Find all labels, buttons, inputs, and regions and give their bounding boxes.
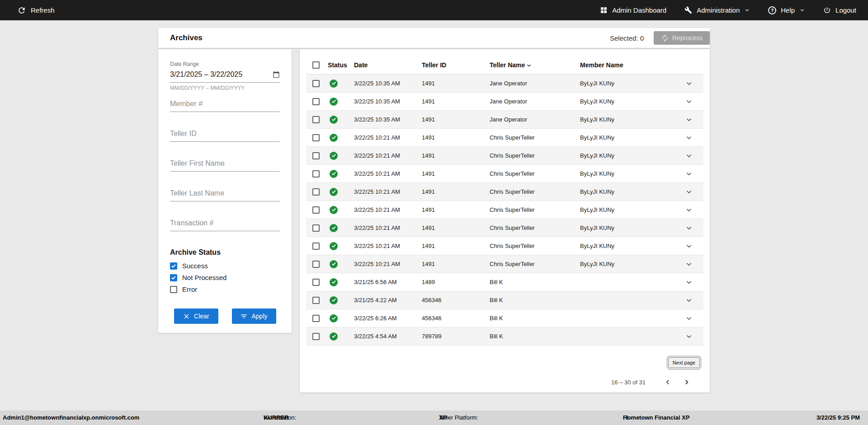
row-date: 3/22/25 10:21 AM	[354, 224, 422, 231]
expand-row-icon[interactable]	[685, 152, 693, 160]
expand-row-icon[interactable]	[685, 314, 693, 322]
row-teller-id: 1491	[422, 134, 490, 141]
row-teller-name: Bill K	[490, 297, 580, 304]
row-checkbox[interactable]	[312, 206, 320, 214]
member-number-input[interactable]	[170, 97, 280, 112]
expand-row-icon[interactable]	[685, 296, 693, 304]
row-teller-name: Chris SuperTeller	[490, 224, 580, 231]
table-row[interactable]: 3/22/25 10:21 AM 1491 Chris SuperTeller …	[306, 165, 703, 183]
status-filter-checkbox[interactable]: Error	[170, 285, 280, 293]
select-all-checkbox[interactable]	[312, 61, 320, 69]
expand-row-icon[interactable]	[685, 188, 693, 196]
expand-row-icon[interactable]	[685, 116, 693, 124]
next-page-icon[interactable]	[683, 378, 691, 386]
table-row[interactable]: 3/22/25 10:21 AM 1491 Chris SuperTeller …	[306, 237, 703, 255]
table-row[interactable]: 3/22/25 10:21 AM 1491 Chris SuperTeller …	[306, 255, 703, 273]
row-checkbox[interactable]	[312, 261, 320, 268]
sort-descending-icon	[526, 62, 532, 69]
next-page-button[interactable]: Next page	[668, 357, 700, 368]
row-checkbox[interactable]	[312, 152, 320, 159]
column-header-status[interactable]: Status	[326, 61, 354, 69]
help-icon: ?	[768, 6, 776, 14]
column-header-teller-name[interactable]: Teller Name	[490, 61, 580, 69]
archives-header: Archives Selected: 0 Reprocess	[158, 28, 710, 48]
logout-button[interactable]: Logout	[823, 6, 856, 14]
table-row[interactable]: 3/22/25 10:35 AM 1491 Jane Operator ByLy…	[306, 111, 703, 129]
teller-id-input[interactable]	[170, 126, 280, 142]
row-checkbox[interactable]	[312, 80, 320, 87]
status-filter-checkbox[interactable]: Success	[170, 262, 280, 270]
row-member-name: ByLyJI KUNy	[580, 261, 675, 267]
row-date: 3/22/25 10:21 AM	[354, 170, 422, 177]
row-checkbox[interactable]	[312, 98, 320, 105]
teller-last-name-input[interactable]	[170, 186, 280, 201]
expand-row-icon[interactable]	[685, 98, 693, 106]
expand-row-icon[interactable]	[685, 278, 693, 286]
refresh-button[interactable]: Refresh	[17, 6, 55, 15]
row-checkbox[interactable]	[312, 279, 320, 286]
expand-row-icon[interactable]	[685, 242, 693, 250]
pagination-bar: 16 – 30 of 31	[306, 378, 703, 386]
row-teller-id: 1491	[422, 188, 490, 195]
row-checkbox[interactable]	[312, 188, 320, 196]
row-checkbox[interactable]	[312, 224, 320, 232]
previous-page-icon[interactable]	[664, 378, 672, 386]
top-navigation-bar: Refresh Admin Dashboard Administration ?…	[0, 0, 868, 20]
row-member-name: ByLyJI KUNy	[580, 206, 675, 213]
apply-button[interactable]: Apply	[232, 308, 276, 324]
row-checkbox[interactable]	[312, 116, 320, 123]
row-checkbox[interactable]	[312, 170, 320, 177]
row-member-name: ByLyJI KUNy	[580, 116, 675, 123]
table-row[interactable]: 3/21/25 4:22 AM 456346 Bill K	[306, 291, 703, 309]
column-header-member-name[interactable]: Member Name	[580, 61, 675, 69]
success-status-icon	[330, 224, 338, 232]
row-date: 3/21/25 4:22 AM	[354, 297, 422, 304]
calendar-icon[interactable]	[273, 71, 280, 78]
expand-row-icon[interactable]	[685, 170, 693, 178]
row-checkbox[interactable]	[312, 333, 320, 340]
teller-first-name-input[interactable]	[170, 156, 280, 172]
checkbox-icon	[170, 274, 177, 281]
reprocess-button[interactable]: Reprocess	[654, 31, 710, 45]
row-date: 3/22/25 10:21 AM	[354, 134, 422, 141]
expand-row-icon[interactable]	[685, 206, 693, 214]
row-checkbox[interactable]	[312, 243, 320, 250]
expand-row-icon[interactable]	[685, 260, 693, 268]
status-checkbox-list: Success Not Processed Error	[170, 262, 280, 293]
table-row[interactable]: 3/22/25 4:54 AM 789789 Bill K	[306, 327, 703, 346]
table-row[interactable]: 3/22/25 10:21 AM 1491 Chris SuperTeller …	[306, 183, 703, 201]
apply-label: Apply	[251, 313, 267, 320]
table-row[interactable]: 3/22/25 10:35 AM 1491 Jane Operator ByLy…	[306, 75, 703, 93]
row-checkbox[interactable]	[312, 134, 320, 141]
row-member-name: ByLyJI KUNy	[580, 98, 675, 105]
table-row[interactable]: 3/22/25 10:21 AM 1491 Chris SuperTeller …	[306, 129, 703, 147]
row-teller-id: 1491	[422, 152, 490, 159]
column-header-teller-id[interactable]: Teller ID	[422, 61, 490, 69]
expand-row-icon[interactable]	[685, 134, 693, 142]
expand-row-icon[interactable]	[685, 79, 693, 88]
table-row[interactable]: 3/22/25 10:21 AM 1491 Chris SuperTeller …	[306, 147, 703, 165]
row-checkbox[interactable]	[312, 297, 320, 304]
table-row[interactable]: 3/22/25 10:21 AM 1491 Chris SuperTeller …	[306, 219, 703, 237]
expand-row-icon[interactable]	[685, 332, 693, 341]
page-title: Archives	[170, 33, 203, 42]
success-status-icon	[330, 242, 338, 250]
transaction-number-input[interactable]	[170, 216, 280, 231]
column-header-date[interactable]: Date	[354, 61, 422, 69]
help-menu[interactable]: ? Help	[768, 6, 805, 14]
table-row[interactable]: 3/22/25 6:26 AM 456346 Bill K	[306, 309, 703, 327]
status-filter-checkbox[interactable]: Not Processed	[170, 274, 280, 281]
date-range-input[interactable]	[170, 67, 280, 83]
row-teller-id: 789789	[422, 333, 490, 340]
row-checkbox[interactable]	[312, 315, 320, 322]
table-row[interactable]: 3/21/25 6:56 AM 1489 Bill K	[306, 273, 703, 291]
table-row[interactable]: 3/22/25 10:35 AM 1491 Jane Operator ByLy…	[306, 93, 703, 111]
expand-row-icon[interactable]	[685, 224, 693, 232]
administration-label: Administration	[697, 6, 740, 14]
row-member-name: ByLyJI KUNy	[580, 188, 675, 195]
table-row[interactable]: 3/22/25 10:21 AM 1491 Chris SuperTeller …	[306, 201, 703, 219]
admin-dashboard-nav[interactable]: Admin Dashboard	[600, 6, 666, 14]
clear-button[interactable]: Clear	[174, 308, 218, 324]
row-date: 3/22/25 4:54 AM	[354, 333, 422, 340]
administration-menu[interactable]: Administration	[684, 6, 750, 14]
